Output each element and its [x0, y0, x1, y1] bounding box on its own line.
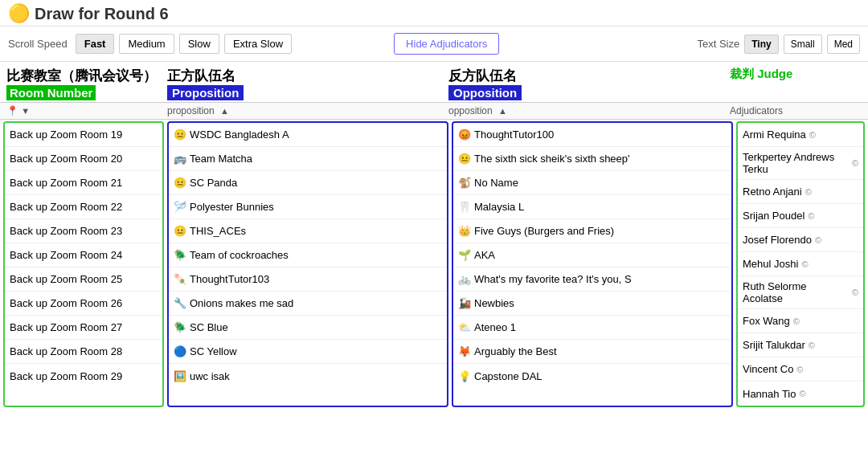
prop-team-name: ThoughtTutor103 [190, 273, 269, 285]
table-row: Back up Zoom Room 20 [5, 147, 162, 171]
table-row: 🚂Newbies [453, 292, 731, 316]
prop-team-name: SC Blue [190, 321, 228, 333]
adj-name: Armi Requina [743, 129, 806, 141]
speed-extra-slow-button[interactable]: Extra Slow [224, 34, 292, 54]
data-rows-wrapper: Back up Zoom Room 19Back up Zoom Room 20… [0, 120, 868, 409]
text-size-label: Text Size [697, 38, 739, 50]
table-row: Back up Zoom Room 23 [5, 219, 162, 243]
page-title: Draw for Round 6 [35, 5, 169, 23]
text-size-section: Text Size Tiny Small Med [697, 35, 860, 54]
toolbar: Scroll Speed Fast Medium Slow Extra Slow… [0, 27, 868, 62]
size-tiny-button[interactable]: Tiny [744, 35, 778, 54]
size-med-button[interactable]: Med [827, 35, 860, 54]
table-row: Josef Florendo© [738, 228, 863, 252]
table-row: Srijit Talukdar© [738, 333, 863, 357]
copyright-icon: © [801, 259, 808, 269]
table-row: Fox Wang© [738, 309, 863, 333]
prop-emoji-icon: 🪲 [174, 249, 186, 261]
opp-team-name: ThoughtTutor100 [474, 129, 554, 141]
prop-team-name: uwc isak [190, 370, 230, 382]
copyright-icon: © [808, 211, 814, 221]
table-row: 🪲SC Blue [169, 316, 447, 340]
prop-team-name: Polyester Bunnies [190, 201, 274, 213]
table-row: 🖼️uwc isak [169, 364, 447, 388]
prop-col-header: proposition ▲ [161, 105, 442, 116]
size-small-button[interactable]: Small [784, 35, 822, 54]
table-row: 🦊Arguably the Best [453, 340, 731, 364]
table-row: 🐒No Name [453, 171, 731, 195]
adj-name: Fox Wang [743, 315, 790, 327]
opp-emoji-icon: 🚲 [458, 273, 471, 285]
table-row: Back up Zoom Room 19 [5, 123, 162, 147]
table-row: 😐SC Panda [169, 171, 447, 195]
speed-fast-button[interactable]: Fast [76, 34, 115, 54]
table-row: Srijan Poudel© [738, 204, 863, 228]
table-row: Terkpertey Andrews Terku© [738, 147, 863, 180]
opp-emoji-icon: 💡 [458, 370, 471, 382]
scroll-speed-label: Scroll Speed [8, 38, 68, 50]
room-en-label: Room Number [6, 85, 96, 100]
table-row: 😐THIS_ACEs [169, 219, 447, 243]
speed-medium-button[interactable]: Medium [119, 34, 174, 54]
table-row: 🚲What's my favorite tea? It's you, S [453, 267, 731, 292]
prop-team-name: Onions makes me sad [190, 297, 293, 309]
table-row: 🌱AKA [453, 243, 731, 267]
opp-team-name: Malaysia L [474, 201, 524, 213]
adj-name: Josef Florendo [743, 234, 812, 246]
opp-emoji-icon: 😐 [458, 153, 471, 165]
copyright-icon: © [805, 187, 812, 197]
table-row: Mehul Joshi© [738, 252, 863, 276]
opp-team-name: Ateneo 1 [474, 321, 516, 333]
copyright-icon: © [852, 288, 858, 297]
page-title-bar: 🟡 Draw for Round 6 [0, 0, 868, 27]
opp-team-name: What's my favorite tea? It's you, S [474, 273, 632, 285]
table-row: 🪲Team of cockroaches [169, 243, 447, 267]
opp-team-name: Capstone DAL [474, 370, 542, 382]
hide-adjudicators-button[interactable]: Hide Adjudicators [394, 33, 499, 55]
opp-team-name: The sixth sick sheik's sixth sheep' [474, 153, 630, 165]
adj-name: Vincent Co [743, 363, 793, 375]
prop-emoji-icon: 🍡 [174, 273, 186, 285]
prop-en-label: Proposition [167, 85, 244, 100]
opp-emoji-icon: 👑 [458, 225, 471, 237]
table-row: Back up Zoom Room 25 [5, 267, 162, 292]
opp-en-label: Opposition [448, 85, 522, 100]
opp-emoji-icon: 🦷 [458, 201, 471, 213]
table-row: Back up Zoom Room 27 [5, 316, 162, 340]
adj-name: Ruth Selorme Acolatse [743, 280, 849, 304]
prop-cn-label: 正方队伍名 [167, 67, 442, 85]
opposition-column: 😡ThoughtTutor100😐The sixth sick sheik's … [452, 121, 733, 407]
scroll-speed-section: Scroll Speed Fast Medium Slow Extra Slow [8, 34, 292, 54]
table-row: 🔵SC Yellow [169, 340, 447, 364]
table-row: Ruth Selorme Acolatse© [738, 276, 863, 309]
table-row: ⛅Ateneo 1 [453, 316, 731, 340]
opp-emoji-icon: 🌱 [458, 249, 471, 261]
prop-team-name: SC Panda [190, 177, 237, 189]
copyright-icon: © [815, 235, 821, 245]
table-row: 👑Five Guys (Burgers and Fries) [453, 219, 731, 243]
proposition-column: 😐WSDC Bangladesh A🚌Team Matcha😐SC Panda🪡… [167, 121, 448, 407]
room-label-col: 比赛教室（腾讯会议号） Room Number [0, 67, 161, 100]
opp-emoji-icon: 🚂 [458, 297, 471, 309]
table-row: 😡ThoughtTutor100 [453, 123, 731, 147]
column-headers-row: 📍 ▼ proposition ▲ opposition ▲ Adjudicat… [0, 102, 868, 120]
adj-name: Mehul Joshi [743, 258, 798, 270]
prop-emoji-icon: 🔧 [174, 297, 186, 309]
table-row: 🚌Team Matcha [169, 147, 447, 171]
title-emoji: 🟡 [8, 3, 30, 24]
opp-label-col: 反方队伍名 Opposition [442, 67, 723, 100]
table-row: 😐WSDC Bangladesh A [169, 123, 447, 147]
table-row: Armi Requina© [738, 123, 863, 147]
speed-slow-button[interactable]: Slow [179, 34, 219, 54]
table-row: Vincent Co© [738, 357, 863, 382]
table-row: Back up Zoom Room 21 [5, 171, 162, 195]
table-row: Hannah Tio© [738, 382, 863, 406]
table-row: Back up Zoom Room 28 [5, 340, 162, 364]
adj-name: Retno Anjani [743, 186, 802, 198]
room-cn-label: 比赛教室（腾讯会议号） [6, 67, 161, 85]
opp-emoji-icon: ⛅ [458, 321, 471, 333]
opp-emoji-icon: 🐒 [458, 177, 471, 189]
opp-team-name: No Name [474, 177, 518, 189]
prop-emoji-icon: 😐 [174, 225, 186, 237]
judge-cn-label: 裁判 Judge [730, 67, 792, 80]
